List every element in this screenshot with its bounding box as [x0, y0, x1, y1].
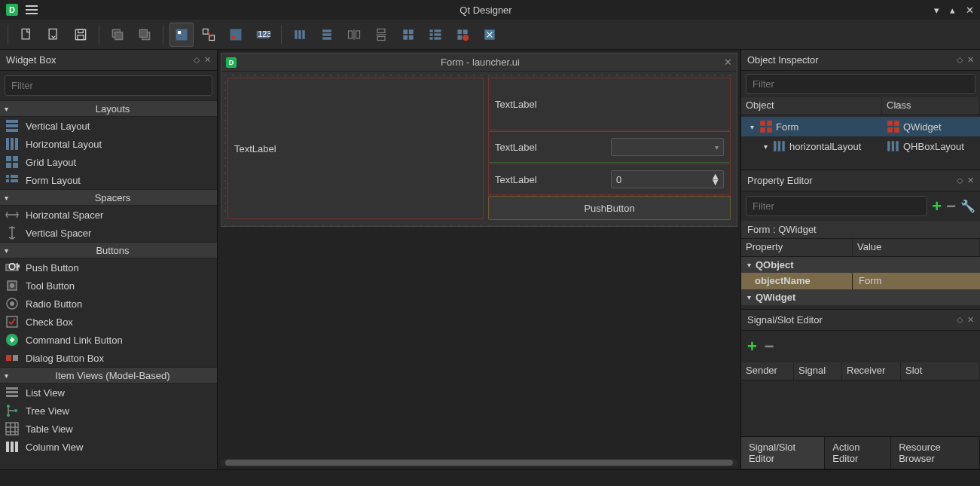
- pe-filter[interactable]: [746, 196, 927, 216]
- layout-h-splitter-button[interactable]: [342, 23, 366, 47]
- widget-item[interactable]: Grid Layout: [0, 153, 217, 171]
- layout-form-button[interactable]: [423, 23, 447, 47]
- widget-item[interactable]: Horizontal Layout: [0, 135, 217, 153]
- widget-item[interactable]: Vertical Spacer: [0, 224, 217, 242]
- widget-item[interactable]: Command Link Button: [0, 331, 217, 349]
- spinbox[interactable]: 0 ▲▼: [611, 170, 724, 188]
- svg-rect-49: [13, 156, 18, 161]
- svg-rect-55: [11, 179, 18, 182]
- oi-float-icon[interactable]: ◇: [957, 55, 963, 65]
- widget-item[interactable]: Form Layout: [0, 171, 217, 189]
- widget-category[interactable]: ▾Buttons: [0, 242, 217, 258]
- widget-box-filter[interactable]: [5, 75, 212, 96]
- titlebar: D Qt Designer ▾ ▴ ✕: [0, 0, 980, 20]
- widget-item[interactable]: OKPush Button: [0, 258, 217, 277]
- layout-horizontal-button[interactable]: [288, 23, 312, 47]
- layout-grid-button[interactable]: [396, 23, 420, 47]
- widget-item[interactable]: List View: [0, 384, 217, 402]
- tab-action-editor[interactable]: Action Editor: [825, 437, 891, 469]
- row3-textlabel[interactable]: TextLabel: [495, 174, 606, 185]
- pe-float-icon[interactable]: ◇: [957, 176, 963, 185]
- pe-close-icon[interactable]: ✕: [967, 176, 974, 185]
- maximize-icon[interactable]: ▴: [950, 5, 955, 16]
- svg-rect-36: [434, 37, 441, 39]
- svg-rect-76: [760, 121, 765, 126]
- widget-item[interactable]: Vertical Layout: [0, 117, 217, 135]
- svg-rect-18: [298, 30, 301, 39]
- combobox[interactable]: ▾: [611, 138, 724, 156]
- ss-float-icon[interactable]: ◇: [957, 315, 963, 325]
- edit-tab-order-button[interactable]: 123: [251, 23, 275, 47]
- new-form-button[interactable]: [14, 23, 38, 47]
- break-layout-button[interactable]: [450, 23, 475, 47]
- widget-category[interactable]: ▾Layouts: [0, 100, 217, 117]
- tab-signal-slot[interactable]: Signal/Slot Editor: [741, 437, 825, 469]
- svg-rect-22: [322, 37, 331, 39]
- widget-item[interactable]: Dialog Button Box: [0, 349, 217, 367]
- pe-remove-icon[interactable]: −: [946, 197, 956, 216]
- dock-close-icon[interactable]: ✕: [204, 55, 211, 65]
- svg-rect-80: [887, 121, 893, 126]
- widget-icon: [5, 333, 20, 347]
- open-form-button[interactable]: [41, 23, 66, 47]
- svg-rect-66: [6, 387, 18, 390]
- edit-signals-button[interactable]: [197, 23, 221, 47]
- property-row[interactable]: objectNameForm: [741, 273, 980, 289]
- widget-item[interactable]: Check Box: [0, 313, 217, 331]
- bring-front-button[interactable]: [133, 23, 157, 47]
- svg-rect-77: [767, 121, 772, 126]
- property-group[interactable]: ▾QWidget: [741, 289, 980, 305]
- close-icon[interactable]: ✕: [966, 5, 974, 16]
- oi-filter[interactable]: [746, 74, 975, 94]
- pushbutton[interactable]: PushButton: [488, 196, 731, 220]
- widget-icon: [5, 422, 20, 436]
- svg-rect-72: [6, 423, 18, 435]
- pe-add-icon[interactable]: +: [932, 197, 942, 216]
- widget-box-panel: Widget Box ◇ ✕ ▾LayoutsVertical LayoutHo…: [0, 50, 218, 469]
- tree-row[interactable]: ▾horizontalLayoutQHBoxLayout: [741, 136, 980, 156]
- edit-buddies-button[interactable]: [224, 23, 248, 47]
- save-form-button[interactable]: [69, 23, 93, 47]
- tree-row[interactable]: ▾FormQWidget: [741, 117, 980, 136]
- widget-item[interactable]: Radio Button: [0, 295, 217, 313]
- menu-icon[interactable]: [26, 5, 38, 14]
- send-back-button[interactable]: [105, 23, 130, 47]
- row1-textlabel[interactable]: TextLabel: [488, 78, 731, 130]
- left-textlabel[interactable]: TextLabel: [227, 78, 484, 219]
- layout-v-splitter-button[interactable]: [369, 23, 393, 47]
- ss-close-icon[interactable]: ✕: [967, 315, 974, 325]
- adjust-size-button[interactable]: [478, 23, 502, 47]
- ss-remove-icon[interactable]: −: [765, 337, 774, 356]
- tab-resource-browser[interactable]: Resource Browser: [891, 437, 980, 469]
- dock-float-icon[interactable]: ◇: [194, 55, 200, 65]
- pe-config-icon[interactable]: 🔧: [960, 199, 975, 213]
- widget-icon: [5, 137, 20, 151]
- row2-textlabel[interactable]: TextLabel: [495, 142, 606, 153]
- widget-icon: [5, 119, 20, 133]
- oi-close-icon[interactable]: ✕: [967, 55, 974, 65]
- widget-item[interactable]: Column View: [0, 438, 217, 456]
- edit-widgets-button[interactable]: [169, 23, 194, 47]
- pe-header: Property Value: [741, 239, 980, 257]
- form-window-title: Form - launcher.ui: [241, 57, 719, 68]
- minimize-icon[interactable]: ▾: [934, 5, 939, 16]
- ss-add-icon[interactable]: +: [747, 337, 757, 356]
- widget-category[interactable]: ▾Spacers: [0, 189, 217, 206]
- widget-item[interactable]: Horizontal Spacer: [0, 206, 217, 224]
- canvas-scrollbar[interactable]: [221, 459, 737, 466]
- svg-rect-38: [463, 29, 468, 34]
- form-close-icon[interactable]: ✕: [724, 57, 732, 68]
- layout-vertical-button[interactable]: [315, 23, 339, 47]
- widget-item[interactable]: Table View: [0, 420, 217, 438]
- property-group[interactable]: ▾QObject: [741, 257, 980, 273]
- widget-item[interactable]: Tree View: [0, 402, 217, 420]
- widget-category[interactable]: ▾Item Views (Model-Based): [0, 367, 217, 384]
- svg-rect-23: [349, 31, 353, 38]
- svg-text:123: 123: [258, 29, 270, 38]
- svg-rect-20: [322, 29, 331, 32]
- svg-rect-47: [15, 138, 18, 150]
- svg-rect-27: [403, 29, 408, 34]
- form-window[interactable]: D Form - launcher.ui ✕ TextLabel TextLab…: [221, 53, 737, 227]
- widget-item[interactable]: Tool Button: [0, 277, 217, 295]
- widget-icon: [5, 155, 20, 169]
